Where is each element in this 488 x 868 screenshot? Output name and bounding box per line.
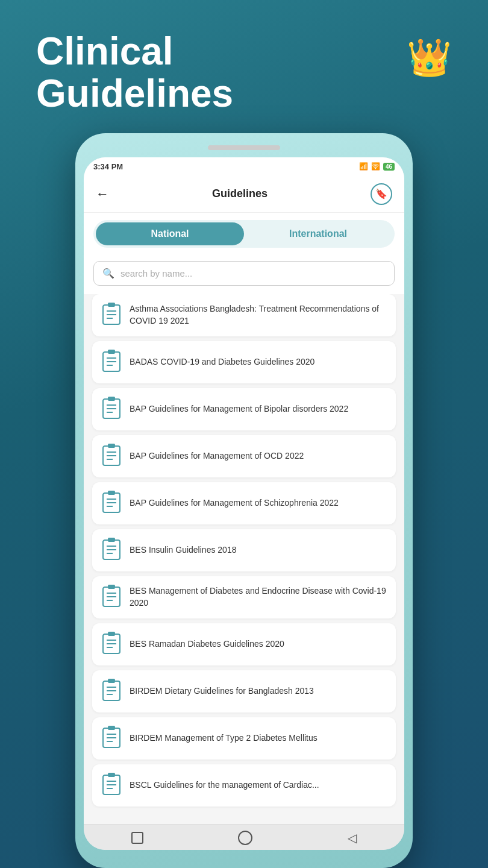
- guideline-icon: [102, 679, 121, 704]
- guideline-icon: [102, 350, 121, 375]
- svg-rect-1: [108, 303, 115, 307]
- svg-rect-36: [108, 632, 115, 636]
- svg-rect-41: [108, 679, 115, 683]
- search-icon: 🔍: [102, 268, 114, 279]
- guideline-title: BAP Guidelines for Management of Bipolar…: [130, 403, 348, 415]
- tab-container: National International: [84, 213, 404, 255]
- list-item[interactable]: BES Ramadan Diabetes Guidelines 2020: [92, 623, 396, 665]
- page-title: Clinical Guidelines: [36, 30, 233, 115]
- guideline-title: BAP Guidelines for Management of Schizop…: [130, 497, 339, 509]
- tab-switcher: National International: [93, 220, 395, 248]
- signal-icon: 📶: [359, 162, 368, 171]
- tab-international[interactable]: International: [244, 222, 392, 245]
- list-item[interactable]: BAP Guidelines for Management of Bipolar…: [92, 388, 396, 430]
- list-item[interactable]: BES Management of Diabetes and Endocrine…: [92, 576, 396, 618]
- guideline-icon: [102, 303, 121, 328]
- tab-national[interactable]: National: [96, 222, 244, 245]
- guideline-icon: [102, 632, 121, 657]
- list-item[interactable]: BIRDEM Dietary Guidelines for Bangladesh…: [92, 670, 396, 712]
- crown-icon: 👑: [407, 36, 452, 79]
- guideline-icon: [102, 538, 121, 563]
- list-item[interactable]: BES Insulin Guidelines 2018: [92, 529, 396, 571]
- search-bar[interactable]: 🔍 search by name...: [93, 261, 395, 286]
- guideline-title: BSCL Guidelines for the management of Ca…: [130, 779, 319, 791]
- list-item[interactable]: BIRDEM Management of Type 2 Diabetes Mel…: [92, 717, 396, 760]
- status-icons: 📶 🛜 46: [359, 162, 395, 171]
- phone-notch: [208, 145, 280, 150]
- phone-frame: 3:34 PM 📶 🛜 46 ← Guidelines 🔖 National I…: [75, 133, 413, 868]
- guideline-icon: [102, 397, 121, 422]
- bookmark-button[interactable]: 🔖: [371, 183, 392, 205]
- guideline-title: BADAS COVID-19 and Diabetes Guidelines 2…: [130, 356, 314, 368]
- list-item[interactable]: BAP Guidelines for Management of Schizop…: [92, 482, 396, 524]
- list-item[interactable]: BADAS COVID-19 and Diabetes Guidelines 2…: [92, 341, 396, 383]
- guideline-icon: [102, 726, 121, 751]
- guideline-title: Asthma Associations Bangladesh: Treatmen…: [130, 303, 386, 327]
- nav-home-button[interactable]: [238, 831, 252, 845]
- guidelines-list: Asthma Associations Bangladesh: Treatmen…: [84, 294, 404, 824]
- status-bar: 3:34 PM 📶 🛜 46: [84, 157, 404, 176]
- list-item[interactable]: Asthma Associations Bangladesh: Treatmen…: [92, 294, 396, 336]
- svg-rect-31: [108, 585, 115, 589]
- nav-square-button[interactable]: [131, 832, 143, 844]
- guideline-title: BIRDEM Management of Type 2 Diabetes Mel…: [130, 732, 318, 744]
- battery-icon: 46: [383, 163, 395, 171]
- back-button[interactable]: ←: [96, 186, 109, 202]
- list-item[interactable]: BSCL Guidelines for the management of Ca…: [92, 764, 396, 807]
- guideline-icon: [102, 585, 121, 610]
- guideline-icon: [102, 773, 121, 798]
- app-header: ← Guidelines 🔖: [84, 176, 404, 213]
- search-container: 🔍 search by name...: [84, 255, 404, 294]
- screen-title: Guidelines: [212, 187, 267, 200]
- guideline-title: BES Ramadan Diabetes Guidelines 2020: [130, 638, 284, 650]
- bookmark-icon: 🔖: [375, 188, 387, 200]
- guideline-icon: [102, 444, 121, 469]
- svg-rect-26: [108, 538, 115, 542]
- svg-rect-11: [108, 397, 115, 401]
- svg-rect-51: [108, 773, 115, 777]
- guideline-title: BES Management of Diabetes and Endocrine…: [130, 585, 386, 609]
- svg-rect-16: [108, 444, 115, 448]
- guideline-title: BIRDEM Dietary Guidelines for Bangladesh…: [130, 685, 314, 697]
- status-time: 3:34 PM: [93, 162, 123, 171]
- wifi-icon: 🛜: [371, 162, 380, 171]
- svg-rect-6: [108, 350, 115, 354]
- phone-screen: 3:34 PM 📶 🛜 46 ← Guidelines 🔖 National I…: [84, 157, 404, 850]
- search-input[interactable]: search by name...: [120, 268, 192, 278]
- guideline-title: BES Insulin Guidelines 2018: [130, 544, 236, 556]
- list-item[interactable]: BAP Guidelines for Management of OCD 202…: [92, 435, 396, 477]
- guideline-title: BAP Guidelines for Management of OCD 202…: [130, 450, 304, 462]
- page-header: Clinical Guidelines 👑: [0, 0, 488, 133]
- svg-rect-21: [108, 491, 115, 495]
- nav-back-button[interactable]: ◁: [348, 831, 357, 845]
- bottom-navigation: ◁: [84, 824, 404, 850]
- svg-rect-46: [108, 726, 115, 730]
- guideline-icon: [102, 491, 121, 516]
